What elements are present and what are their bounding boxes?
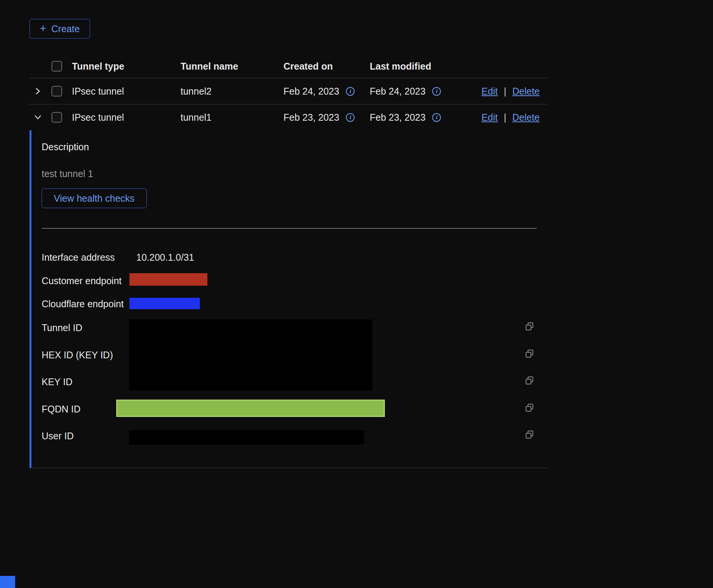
copy-icon [525, 376, 535, 386]
table-row-tunnel1: IPsec tunnel tunnel1 Feb 23, 2023 i Feb … [30, 104, 547, 130]
edit-link[interactable]: Edit [481, 112, 498, 123]
info-letter: i [350, 114, 351, 121]
copy-user-id-button[interactable] [525, 430, 535, 441]
last-modified-cell: Feb 24, 2023 [370, 86, 425, 97]
copy-fqdn-id-button[interactable] [525, 403, 535, 414]
col-header-last-modified: Last modified [365, 61, 456, 72]
customer-endpoint-label: Customer endpoint [42, 275, 121, 286]
copy-hex-id-button[interactable] [525, 349, 535, 360]
plus-icon: + [40, 23, 47, 34]
copy-key-id-button[interactable] [525, 376, 535, 387]
created-on-cell: Feb 23, 2023 [283, 112, 339, 123]
tunnel-type-cell: IPsec tunnel [67, 112, 176, 123]
section-divider [42, 228, 537, 229]
delete-link[interactable]: Delete [512, 112, 540, 123]
interface-address-value: 10.200.1.0/31 [136, 252, 194, 263]
copy-icon [525, 349, 535, 359]
info-icon[interactable]: i [346, 87, 355, 96]
info-icon[interactable]: i [432, 113, 441, 122]
col-header-tunnel-name: Tunnel name [176, 61, 279, 72]
table-row-tunnel2: IPsec tunnel tunnel2 Feb 24, 2023 i Feb … [30, 78, 547, 104]
tunnel-fields: Interface address 10.200.1.0/31 Customer… [42, 244, 537, 457]
tunnel-details-panel: Description test tunnel 1 View health ch… [30, 130, 547, 468]
table-header-row: Tunnel type Tunnel name Created on Last … [30, 54, 547, 78]
tunnel-name-cell: tunnel1 [176, 112, 279, 123]
user-id-redaction [129, 430, 364, 445]
tunnels-page: + Create Tunnel type Tunnel name Created… [0, 0, 713, 468]
created-on-cell: Feb 24, 2023 [283, 86, 339, 97]
cloudflare-endpoint-label: Cloudflare endpoint [42, 299, 124, 310]
fqdn-id-redaction [116, 400, 385, 417]
info-icon[interactable]: i [346, 113, 355, 122]
actions-separator: | [504, 112, 506, 123]
chevron-down-icon [34, 114, 42, 121]
expand-row-button[interactable] [30, 87, 46, 95]
info-letter: i [436, 88, 437, 95]
chevron-right-icon [34, 87, 42, 95]
col-header-tunnel-type: Tunnel type [67, 61, 176, 72]
create-button[interactable]: + Create [30, 19, 90, 39]
delete-link[interactable]: Delete [512, 86, 540, 97]
tunnel-type-cell: IPsec tunnel [67, 86, 176, 97]
customer-endpoint-redaction [129, 273, 207, 286]
user-id-label: User ID [42, 431, 74, 442]
copy-icon [525, 322, 535, 332]
copy-icon [525, 430, 535, 440]
tunnels-table: Tunnel type Tunnel name Created on Last … [30, 54, 547, 468]
hex-id-label: HEX ID (KEY ID) [42, 350, 113, 361]
cloudflare-endpoint-redaction [129, 298, 200, 309]
key-id-label: KEY ID [42, 376, 73, 387]
tunnel-id-redaction [129, 319, 372, 390]
actions-separator: | [504, 86, 506, 97]
copy-icon [525, 403, 535, 413]
description-value: test tunnel 1 [42, 168, 537, 179]
edit-link[interactable]: Edit [481, 86, 498, 97]
info-letter: i [436, 114, 437, 121]
collapse-row-button[interactable] [30, 114, 46, 121]
tunnel-name-cell: tunnel2 [176, 86, 279, 97]
bottom-left-blue-fragment [0, 576, 15, 588]
tunnel-id-label: Tunnel ID [42, 322, 82, 333]
info-letter: i [350, 88, 351, 95]
copy-tunnel-id-button[interactable] [525, 322, 535, 333]
fqdn-id-label: FQDN ID [42, 404, 81, 415]
info-icon[interactable]: i [432, 87, 441, 96]
row-checkbox[interactable] [51, 86, 62, 96]
description-label: Description [42, 142, 537, 152]
select-all-checkbox[interactable] [51, 61, 62, 72]
col-header-created-on: Created on [279, 61, 365, 72]
interface-address-label: Interface address [42, 252, 115, 263]
create-button-label: Create [51, 23, 80, 34]
last-modified-cell: Feb 23, 2023 [370, 112, 425, 123]
view-health-checks-button[interactable]: View health checks [42, 188, 147, 208]
row-checkbox[interactable] [51, 112, 62, 123]
